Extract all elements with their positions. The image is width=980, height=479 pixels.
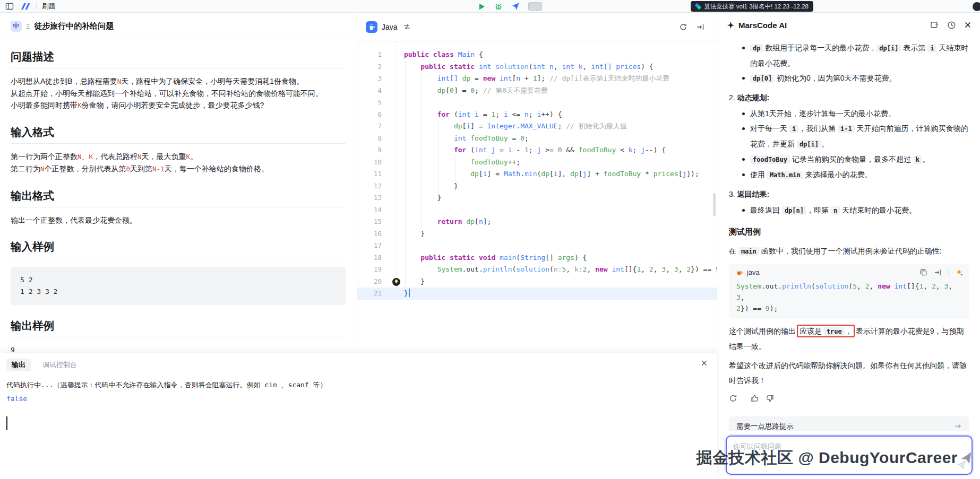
text-span: Main (458, 50, 479, 58)
tab-output[interactable]: 输出 (6, 359, 31, 371)
quickfix-lightbulb-icon[interactable] (392, 278, 400, 286)
thumbs-up-icon[interactable] (751, 394, 759, 403)
line-number[interactable]: 2 (357, 61, 382, 73)
text-span: public (420, 254, 450, 262)
line-number[interactable]: 18 (357, 252, 382, 264)
code-line[interactable]: 19 System.out.println(solution(n:5, k:2,… (357, 264, 717, 276)
history-clock-icon[interactable] (947, 21, 956, 30)
line-number[interactable]: 10 (357, 156, 382, 169)
copy-code-icon[interactable] (919, 268, 927, 276)
line-number[interactable]: 12 (357, 180, 382, 193)
language-switch-icon[interactable] (403, 23, 411, 31)
line-number[interactable]: 4 (357, 85, 382, 97)
code-line[interactable]: 12 } (357, 180, 717, 193)
code-line[interactable]: 4 dp[0] = 0; // 第0天不需要花费 (357, 85, 717, 97)
code-line[interactable]: 10 foodToBuy++; (357, 156, 717, 169)
contest-banner[interactable]: 算法竞技赛 vol1 3报名中! 12.23 -12.28 (691, 1, 813, 12)
tab-debug-console[interactable]: 调试控制台 (37, 359, 82, 371)
reset-code-icon[interactable] (679, 23, 687, 31)
suggestion-hint-button[interactable]: 需要一点思路提示 (729, 416, 969, 431)
console-close-icon[interactable] (701, 360, 708, 367)
line-number[interactable]: 8 (357, 133, 382, 145)
text-span: , (554, 63, 562, 71)
insert-code-icon[interactable] (934, 268, 942, 276)
line-number[interactable]: 17 (357, 240, 382, 252)
format-code-icon[interactable] (696, 23, 704, 31)
ai-code-block: java System.out.println(s (729, 264, 969, 319)
line-number[interactable]: 13 (357, 192, 382, 204)
code-line[interactable]: 15 return dp[n]; (357, 216, 717, 228)
line-number[interactable]: 1 (357, 49, 382, 61)
code-line[interactable]: 21} (357, 288, 717, 300)
code-line[interactable]: 7 dp[i] = Integer.MAX_VALUE; // 初始化为最大值 (357, 120, 717, 133)
code-line[interactable]: 17 (357, 240, 717, 252)
code-line[interactable]: 11 dp[i] = Math.min(dp[i], dp[j] + foodT… (357, 168, 717, 180)
submit-plane-icon[interactable] (511, 2, 520, 11)
debug-button[interactable] (494, 2, 503, 11)
line-number[interactable]: 5 (357, 97, 382, 109)
java-language-icon (366, 21, 377, 33)
code-line[interactable]: 6 for (int i = 1; i <= n; i++) { (357, 109, 717, 121)
code-line[interactable]: 8 int foodToBuy = 0; (357, 133, 717, 145)
notification-bell-icon[interactable] (973, 2, 980, 11)
text-span: dp (466, 217, 475, 225)
code-line[interactable]: 20 } (357, 276, 717, 288)
line-number[interactable]: 16 (357, 228, 382, 240)
code-line[interactable]: 3 int[] dp = new int[n + 1]; // dp[i]表示第… (357, 73, 717, 85)
line-number[interactable]: 3 (357, 73, 382, 85)
text-span: 3 (661, 265, 666, 273)
text-span: solution (815, 282, 849, 290)
text-span: ++) { (541, 110, 562, 118)
code-line[interactable]: 9 for (int j = i - 1; j >= 0 && foodToBu… (357, 144, 717, 156)
regenerate-icon[interactable] (729, 394, 737, 403)
topbar-divider (36, 3, 37, 10)
line-number[interactable]: 11 (357, 168, 382, 180)
code-text: } (404, 228, 425, 240)
sidebar-toggle-icon[interactable] (5, 2, 14, 11)
code-line[interactable]: 5 (357, 97, 717, 109)
text-span: ; (633, 146, 641, 154)
run-button[interactable] (478, 3, 486, 11)
text-span: i (554, 170, 558, 178)
text-span: [ (579, 170, 583, 178)
line-number[interactable]: 9 (357, 144, 382, 156)
code-line[interactable]: 16 } (357, 228, 717, 240)
paragraph-line: 第一行为两个正整数N、K，代表总路程N天，最大负重K。 (11, 151, 346, 163)
menu-item-practice[interactable]: 刷题 (42, 2, 55, 11)
line-number[interactable]: 15 (357, 216, 382, 228)
line-number[interactable]: 14 (357, 204, 382, 216)
code-line[interactable]: 2 public static int solution(int n, int … (357, 61, 717, 73)
problem-index: 2 (26, 22, 30, 30)
code-line[interactable]: 1public class Main { (357, 49, 717, 61)
code-line[interactable]: 14 (357, 204, 717, 216)
paragraph-line: 从起点开始，小明每天都能遇到一个补给站，可以补充食物，不同补给站的食物价格可能不… (11, 88, 346, 99)
top-bar: 刷题 算法竞技赛 vol1 3报名中! 12.23 -12.28 (0, 0, 980, 13)
line-number[interactable]: 19 (357, 264, 382, 276)
text-span: int (479, 63, 495, 71)
marscode-logo[interactable] (19, 3, 31, 10)
line-number[interactable]: 7 (357, 120, 382, 133)
text-span: 返回结果: (737, 190, 770, 198)
thumbs-down-icon[interactable] (766, 394, 774, 403)
text-span: . (520, 170, 525, 178)
text-span: // dp[i]表示第i天结束时的最小花费 (549, 74, 669, 82)
text-span: } (404, 289, 408, 297)
line-number[interactable]: 6 (357, 109, 382, 121)
line-number[interactable]: 21 (357, 288, 382, 300)
code-editor-area[interactable]: 1public class Main {2 public static int … (357, 41, 717, 300)
language-label[interactable]: Java (382, 23, 398, 31)
line-number[interactable]: 20 (357, 276, 382, 288)
text-span: dp (454, 122, 462, 130)
ai-section-heading: 测试用例 (729, 224, 969, 239)
text-span: = (508, 134, 520, 142)
text-span: && (562, 146, 578, 154)
problem-header: 中 2 徒步旅行中的补给问题 (0, 13, 356, 39)
ai-apply-spark-icon[interactable] (955, 268, 963, 276)
text-span: 3 (736, 293, 741, 301)
ai-close-icon[interactable] (964, 21, 972, 29)
new-chat-icon[interactable] (930, 21, 939, 30)
code-line[interactable]: 13 } (357, 192, 717, 204)
code-line[interactable]: 18 public static void main(String[] args… (357, 252, 717, 264)
console-tab-bar: 输出 调试控制台 (0, 353, 717, 375)
code-text: foodToBuy++; (404, 156, 520, 169)
